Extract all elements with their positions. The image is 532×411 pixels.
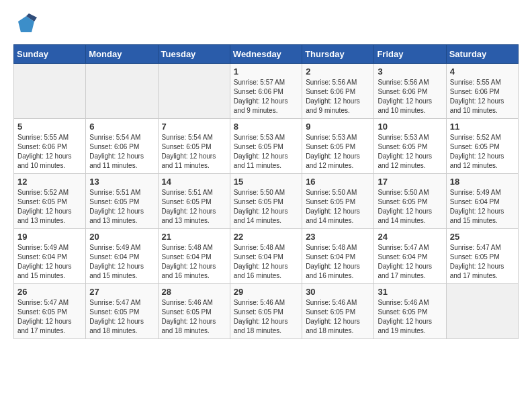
day-info: Sunrise: 5:55 AM Sunset: 6:06 PM Dayligh… <box>17 133 82 171</box>
day-info: Sunrise: 5:51 AM Sunset: 6:05 PM Dayligh… <box>162 188 226 226</box>
day-info: Sunrise: 5:48 AM Sunset: 6:04 PM Dayligh… <box>162 243 226 281</box>
day-info: Sunrise: 5:48 AM Sunset: 6:04 PM Dayligh… <box>234 243 298 281</box>
day-number: 9 <box>306 122 370 132</box>
weekday-header-row: SundayMondayTuesdayWednesdayThursdayFrid… <box>14 45 519 64</box>
weekday-header: Saturday <box>446 45 518 64</box>
day-number: 7 <box>162 122 226 132</box>
day-number: 5 <box>17 122 82 132</box>
logo <box>13 13 37 35</box>
day-number: 29 <box>234 287 298 297</box>
day-number: 10 <box>378 122 442 132</box>
calendar-cell: 22Sunrise: 5:48 AM Sunset: 6:04 PM Dayli… <box>230 229 302 284</box>
calendar-cell: 16Sunrise: 5:50 AM Sunset: 6:05 PM Dayli… <box>302 174 374 229</box>
day-info: Sunrise: 5:46 AM Sunset: 6:05 PM Dayligh… <box>162 298 226 336</box>
calendar-cell: 28Sunrise: 5:46 AM Sunset: 6:05 PM Dayli… <box>158 284 230 339</box>
day-number: 31 <box>378 287 442 297</box>
day-info: Sunrise: 5:47 AM Sunset: 6:05 PM Dayligh… <box>450 243 515 281</box>
day-number: 23 <box>306 232 370 242</box>
day-number: 1 <box>234 66 298 77</box>
calendar-cell: 20Sunrise: 5:49 AM Sunset: 6:04 PM Dayli… <box>86 229 158 284</box>
day-number: 30 <box>306 287 370 297</box>
calendar-cell: 25Sunrise: 5:47 AM Sunset: 6:05 PM Dayli… <box>446 229 518 284</box>
day-info: Sunrise: 5:47 AM Sunset: 6:05 PM Dayligh… <box>89 298 154 336</box>
day-info: Sunrise: 5:50 AM Sunset: 6:05 PM Dayligh… <box>306 188 370 226</box>
calendar-cell: 13Sunrise: 5:51 AM Sunset: 6:05 PM Dayli… <box>86 174 158 229</box>
calendar-cell: 31Sunrise: 5:46 AM Sunset: 6:05 PM Dayli… <box>374 284 446 339</box>
calendar-cell: 24Sunrise: 5:47 AM Sunset: 6:04 PM Dayli… <box>374 229 446 284</box>
weekday-header: Friday <box>374 45 446 64</box>
calendar-cell <box>446 284 518 339</box>
logo-icon <box>15 13 37 35</box>
calendar-cell: 18Sunrise: 5:49 AM Sunset: 6:04 PM Dayli… <box>446 174 518 229</box>
calendar-cell: 3Sunrise: 5:56 AM Sunset: 6:06 PM Daylig… <box>374 64 446 119</box>
day-info: Sunrise: 5:53 AM Sunset: 6:05 PM Dayligh… <box>378 133 442 171</box>
calendar-cell <box>158 64 230 119</box>
day-number: 21 <box>162 232 226 242</box>
calendar-cell: 1Sunrise: 5:57 AM Sunset: 6:06 PM Daylig… <box>230 64 302 119</box>
day-info: Sunrise: 5:48 AM Sunset: 6:04 PM Dayligh… <box>306 243 370 281</box>
calendar-cell: 5Sunrise: 5:55 AM Sunset: 6:06 PM Daylig… <box>14 119 86 174</box>
calendar-cell: 4Sunrise: 5:55 AM Sunset: 6:06 PM Daylig… <box>446 64 518 119</box>
day-info: Sunrise: 5:53 AM Sunset: 6:05 PM Dayligh… <box>234 133 298 171</box>
day-number: 13 <box>89 177 154 187</box>
day-number: 28 <box>162 287 226 297</box>
weekday-header: Monday <box>86 45 158 64</box>
day-info: Sunrise: 5:57 AM Sunset: 6:06 PM Dayligh… <box>234 78 298 116</box>
day-info: Sunrise: 5:52 AM Sunset: 6:05 PM Dayligh… <box>450 133 515 171</box>
calendar-cell: 29Sunrise: 5:46 AM Sunset: 6:05 PM Dayli… <box>230 284 302 339</box>
calendar-table: SundayMondayTuesdayWednesdayThursdayFrid… <box>13 44 519 339</box>
day-info: Sunrise: 5:46 AM Sunset: 6:05 PM Dayligh… <box>378 298 442 336</box>
day-info: Sunrise: 5:51 AM Sunset: 6:05 PM Dayligh… <box>89 188 154 226</box>
calendar-cell: 30Sunrise: 5:46 AM Sunset: 6:05 PM Dayli… <box>302 284 374 339</box>
day-number: 25 <box>450 232 515 242</box>
day-info: Sunrise: 5:54 AM Sunset: 6:06 PM Dayligh… <box>89 133 154 171</box>
day-number: 17 <box>378 177 442 187</box>
day-number: 27 <box>89 287 154 297</box>
header <box>13 13 519 35</box>
day-info: Sunrise: 5:53 AM Sunset: 6:05 PM Dayligh… <box>306 133 370 171</box>
calendar-cell: 12Sunrise: 5:52 AM Sunset: 6:05 PM Dayli… <box>14 174 86 229</box>
day-info: Sunrise: 5:50 AM Sunset: 6:05 PM Dayligh… <box>378 188 442 226</box>
day-number: 18 <box>450 177 515 187</box>
calendar-cell: 7Sunrise: 5:54 AM Sunset: 6:05 PM Daylig… <box>158 119 230 174</box>
weekday-header: Tuesday <box>158 45 230 64</box>
calendar-cell <box>86 64 158 119</box>
day-number: 11 <box>450 122 515 132</box>
day-number: 15 <box>234 177 298 187</box>
day-info: Sunrise: 5:46 AM Sunset: 6:05 PM Dayligh… <box>234 298 298 336</box>
calendar-week-row: 5Sunrise: 5:55 AM Sunset: 6:06 PM Daylig… <box>14 119 519 174</box>
day-number: 22 <box>234 232 298 242</box>
calendar-cell: 9Sunrise: 5:53 AM Sunset: 6:05 PM Daylig… <box>302 119 374 174</box>
day-info: Sunrise: 5:49 AM Sunset: 6:04 PM Dayligh… <box>89 243 154 281</box>
day-info: Sunrise: 5:49 AM Sunset: 6:04 PM Dayligh… <box>450 188 515 226</box>
day-info: Sunrise: 5:47 AM Sunset: 6:05 PM Dayligh… <box>17 298 82 336</box>
day-info: Sunrise: 5:46 AM Sunset: 6:05 PM Dayligh… <box>306 298 370 336</box>
day-number: 3 <box>378 66 442 77</box>
calendar-cell: 8Sunrise: 5:53 AM Sunset: 6:05 PM Daylig… <box>230 119 302 174</box>
day-number: 2 <box>306 66 370 77</box>
calendar-cell: 19Sunrise: 5:49 AM Sunset: 6:04 PM Dayli… <box>14 229 86 284</box>
calendar-cell: 6Sunrise: 5:54 AM Sunset: 6:06 PM Daylig… <box>86 119 158 174</box>
day-number: 14 <box>162 177 226 187</box>
calendar-week-row: 19Sunrise: 5:49 AM Sunset: 6:04 PM Dayli… <box>14 229 519 284</box>
calendar-cell: 21Sunrise: 5:48 AM Sunset: 6:04 PM Dayli… <box>158 229 230 284</box>
calendar-cell: 23Sunrise: 5:48 AM Sunset: 6:04 PM Dayli… <box>302 229 374 284</box>
calendar-week-row: 12Sunrise: 5:52 AM Sunset: 6:05 PM Dayli… <box>14 174 519 229</box>
day-number: 8 <box>234 122 298 132</box>
day-info: Sunrise: 5:47 AM Sunset: 6:04 PM Dayligh… <box>378 243 442 281</box>
calendar-cell: 15Sunrise: 5:50 AM Sunset: 6:05 PM Dayli… <box>230 174 302 229</box>
day-number: 26 <box>17 287 82 297</box>
weekday-header: Sunday <box>14 45 86 64</box>
day-number: 19 <box>17 232 82 242</box>
day-number: 4 <box>450 66 515 77</box>
calendar-cell: 11Sunrise: 5:52 AM Sunset: 6:05 PM Dayli… <box>446 119 518 174</box>
day-number: 24 <box>378 232 442 242</box>
weekday-header: Thursday <box>302 45 374 64</box>
page: SundayMondayTuesdayWednesdayThursdayFrid… <box>0 0 532 346</box>
day-info: Sunrise: 5:56 AM Sunset: 6:06 PM Dayligh… <box>378 78 442 116</box>
calendar-cell: 2Sunrise: 5:56 AM Sunset: 6:06 PM Daylig… <box>302 64 374 119</box>
day-info: Sunrise: 5:52 AM Sunset: 6:05 PM Dayligh… <box>17 188 82 226</box>
calendar-cell: 17Sunrise: 5:50 AM Sunset: 6:05 PM Dayli… <box>374 174 446 229</box>
day-info: Sunrise: 5:50 AM Sunset: 6:05 PM Dayligh… <box>234 188 298 226</box>
day-info: Sunrise: 5:56 AM Sunset: 6:06 PM Dayligh… <box>306 78 370 116</box>
